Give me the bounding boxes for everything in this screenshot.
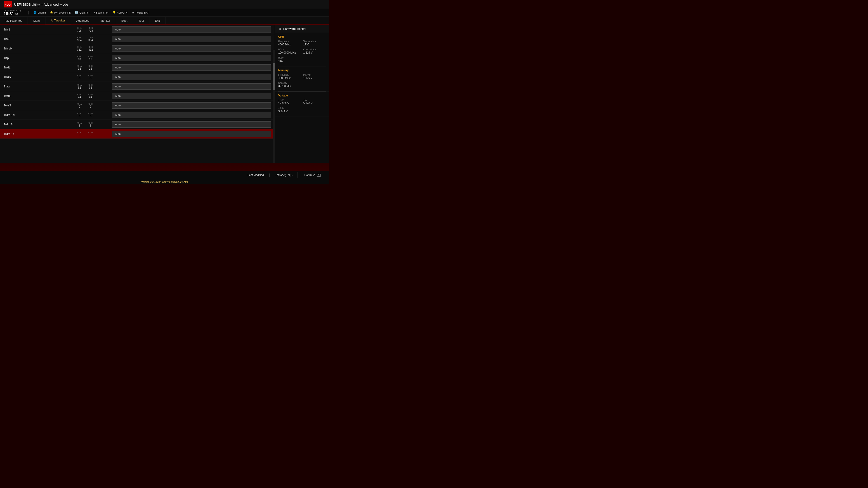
toolbar-english[interactable]: 🌐 English [33, 11, 46, 14]
ez-mode-button[interactable]: EzMode(F7)|→ [271, 172, 298, 178]
table-row[interactable]: TrtpCHA18CHB18Auto [0, 53, 275, 63]
value-box[interactable]: Auto [112, 93, 271, 99]
cha-value: 6 [79, 133, 80, 137]
toolbar-items: 🌐 English ⭐ MyFavorite(F3) 🔄 Qfan(F6) ? … [33, 11, 326, 14]
row-channels: CHA18CHB18 [62, 55, 107, 61]
table-row[interactable]: TrdrdSclCHA5CHB5Auto [0, 110, 275, 120]
hot-keys-button[interactable]: Hot Keys ? [300, 172, 324, 178]
content-area: Trfc1CHA708CHB708AutoTrfc2CHA384CHB384Au… [0, 25, 275, 163]
table-row[interactable]: TfawCHA32CHB32Auto [0, 82, 275, 91]
chb-label: CHB [88, 93, 93, 96]
toolbar-myfavorite[interactable]: ⭐ MyFavorite(F3) [50, 11, 71, 14]
value-box[interactable]: Auto [112, 121, 271, 128]
scroll-thumb[interactable] [273, 63, 275, 90]
hw-cpu-bclk: BCLK 100.0000 MHz [278, 48, 301, 54]
toolbar-aura[interactable]: 💡 AURA(F4) [113, 11, 128, 14]
cha-value: 384 [77, 39, 82, 42]
time-display: 18:31 ⚙ [4, 12, 21, 16]
toolbar-resizebar[interactable]: ⊞ ReSize BAR [132, 11, 149, 14]
value-box[interactable]: Auto [112, 84, 271, 90]
settings-scroll[interactable]: Trfc1CHA708CHB708AutoTrfc2CHA384CHB384Au… [0, 25, 275, 163]
table-row[interactable]: TrrdLCHA12CHB12Auto [0, 63, 275, 72]
fan-icon: 🔄 [75, 11, 78, 14]
row-value: Auto [112, 112, 271, 118]
row-name-label: TrdrdSc [4, 123, 62, 126]
row-name-label: TwtrL [4, 94, 62, 98]
chb-label: CHB [89, 27, 93, 29]
settings-table: Trfc1CHA708CHB708AutoTrfc2CHA384CHB384Au… [0, 25, 275, 139]
cha-label: CHA [77, 112, 82, 115]
cha-label: CHA [77, 65, 82, 67]
row-channels: CHA12CHB12 [62, 65, 107, 70]
hw-voltage-section: Voltage +12V 12.076 V +5V 5.140 V +3.3V … [275, 92, 329, 117]
hw-v33: +3.3V 3.344 V [278, 107, 326, 113]
chb-label: CHB [88, 55, 93, 58]
table-row[interactable]: TrrdSCHA8CHB8Auto [0, 72, 275, 82]
row-name-label: TrdrdSd [4, 132, 62, 135]
app-title: UEFI BIOS Utility – Advanced Mode [14, 2, 68, 6]
footer-version: Version 2.22.1284 Copyright (C) 2022 AMI [0, 179, 329, 184]
last-modified-button[interactable]: Last Modified [244, 172, 268, 178]
row-value: Auto [112, 84, 271, 90]
nav-advanced[interactable]: Advanced [71, 17, 95, 24]
chb-label: CHB [88, 103, 93, 105]
hw-memory-grid: Frequency 4800 MHz MC Volt 1.120 V [278, 74, 326, 81]
row-channels: CHA6CHB6 [62, 103, 107, 108]
cha-label: CHA [77, 46, 81, 48]
nav-my-favorites[interactable]: My Favorites [0, 17, 28, 24]
footer: Last Modified | EzMode(F7)|→ | Hot Keys … [0, 171, 329, 184]
scroll-track[interactable] [273, 50, 275, 163]
table-row[interactable]: Trfc1CHA708CHB708Auto [0, 25, 275, 34]
chb-label: CHB [88, 122, 93, 124]
row-value: Auto [112, 93, 271, 99]
value-box[interactable]: Auto [112, 55, 271, 61]
value-box[interactable]: Auto [112, 64, 271, 71]
table-row[interactable]: Trfc2CHA384CHB384Auto [0, 34, 275, 44]
svg-text:ROG: ROG [4, 3, 11, 6]
value-box[interactable]: Auto [112, 74, 271, 80]
table-row[interactable]: TrdrdScCHA1CHB1Auto [0, 120, 275, 129]
cha-label: CHA [77, 131, 82, 133]
cha-label: CHA [77, 122, 82, 124]
value-box[interactable]: Auto [112, 112, 271, 118]
row-channels: CHA312CHB312 [62, 46, 107, 51]
hw-cpu-grid: Frequency 4500 MHz Temperature 17°C BCLK… [278, 40, 326, 56]
monitor-icon: 🖥 [278, 27, 281, 31]
footer-actions: Last Modified | EzMode(F7)|→ | Hot Keys … [0, 171, 329, 179]
nav-tool[interactable]: Tool [133, 17, 150, 24]
row-value: Auto [112, 26, 271, 33]
hw-cpu-title: CPU [278, 35, 326, 38]
value-box[interactable]: Auto [112, 102, 271, 109]
chb-value: 384 [88, 39, 93, 42]
value-box[interactable]: Auto [112, 131, 271, 137]
nav-main[interactable]: Main [28, 17, 45, 24]
nav-boot[interactable]: Boot [116, 17, 133, 24]
nav-exit[interactable]: Exit [149, 17, 165, 24]
hw-cpu-ratio: Ratio 45x [278, 57, 326, 62]
cha-label: CHA [77, 103, 82, 105]
cha-label: CHA [77, 55, 82, 58]
gear-icon[interactable]: ⚙ [15, 12, 18, 16]
table-row[interactable]: TwtrSCHA6CHB6Auto [0, 101, 275, 110]
toolbar-qfan[interactable]: 🔄 Qfan(F6) [75, 11, 89, 14]
toolbar: 12/25/2022 Sunday 18:31 ⚙ | 🌐 English ⭐ … [0, 8, 329, 17]
table-row[interactable]: TrfcsbCHA312CHB312Auto [0, 44, 275, 53]
row-channels: CHA24CHB24 [62, 93, 107, 99]
chb-value: 18 [89, 58, 92, 61]
globe-icon: 🌐 [33, 11, 37, 14]
table-row[interactable]: TwtrLCHA24CHB24Auto [0, 91, 275, 101]
chb-value: 32 [89, 86, 92, 89]
chb-value: 6 [90, 133, 91, 137]
row-name-label: TwtrS [4, 104, 62, 107]
nav-ai-tweaker[interactable]: Ai Tweaker [45, 17, 71, 24]
chb-value: 12 [89, 67, 92, 70]
cha-value: 12 [78, 67, 81, 70]
table-row[interactable]: TrdrdSdCHA6CHB6Auto [0, 129, 275, 139]
value-box[interactable]: Auto [112, 26, 271, 33]
toolbar-search[interactable]: ? Search(F9) [93, 11, 108, 14]
nav-monitor[interactable]: Monitor [95, 17, 116, 24]
value-box[interactable]: Auto [112, 45, 271, 52]
row-value: Auto [112, 45, 271, 52]
value-box[interactable]: Auto [112, 36, 271, 42]
row-channels: CHA6CHB6 [62, 131, 107, 137]
